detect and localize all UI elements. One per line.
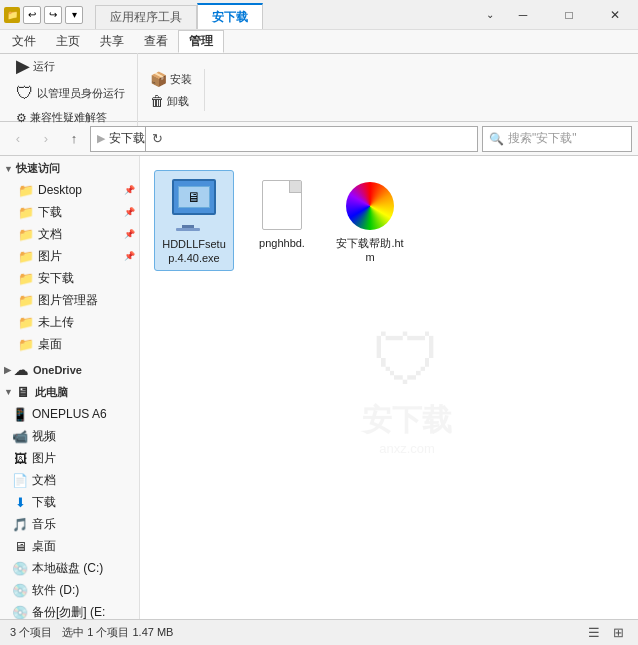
nav-up-button[interactable]: ↑ (62, 127, 86, 151)
sidebar-item-label: ONEPLUS A6 (32, 407, 135, 421)
status-bar-right: ☰ ⊞ (584, 623, 628, 643)
status-item-count: 3 个项目 (10, 625, 52, 640)
ribbon-btn-run[interactable]: ▶ 运行 (12, 53, 129, 79)
file-grid: 🖥 HDDLLFsetup.4.40.exe pnghhbd. (150, 166, 628, 275)
view-grid-button[interactable]: ⊞ (608, 623, 628, 643)
folder-icon: 📁 (18, 183, 34, 198)
file-item-pnghhbd[interactable]: pnghhbd. (242, 170, 322, 271)
file-item-hddllf[interactable]: 🖥 HDDLLFsetup.4.40.exe (154, 170, 234, 271)
file-icon-doc (252, 174, 312, 234)
file-label: HDDLLFsetup.4.40.exe (159, 237, 229, 266)
sidebar-item-label: 桌面 (32, 538, 135, 555)
title-bar: 📁 ↩ ↪ ▾ 应用程序工具 安下载 ⌄ ─ □ ✕ (0, 0, 638, 30)
sidebar-item-label: 下载 (32, 494, 135, 511)
sidebar-item-video[interactable]: 📹 视频 (0, 425, 139, 447)
quick-access-toolbar-undo[interactable]: ↩ (23, 6, 41, 24)
sidebar-item-unuploaded[interactable]: 📁 未上传 (0, 311, 139, 333)
chevron-right-icon: ▶ (4, 365, 11, 375)
file-icon-colors (340, 174, 400, 234)
ribbon-btn-install[interactable]: 📦 安装 (146, 69, 196, 89)
main-area: ▼ 快速访问 📁 Desktop 📌 📁 下载 📌 📁 文档 📌 📁 图片 📌 … (0, 156, 638, 619)
file-item-help[interactable]: 安下载帮助.htm (330, 170, 410, 271)
watermark-text: 安下载 (362, 400, 452, 441)
ribbon-tab-manage[interactable]: 管理 (178, 30, 224, 53)
ribbon-toggle[interactable]: ⌄ (480, 0, 500, 30)
nav-back-button[interactable]: ‹ (6, 127, 30, 151)
sidebar-item-download2[interactable]: ⬇ 下载 (0, 491, 139, 513)
pin-icon: 📌 (124, 251, 135, 261)
sidebar-item-desktop2[interactable]: 📁 桌面 (0, 333, 139, 355)
quick-access-toolbar-redo[interactable]: ↪ (44, 6, 62, 24)
pictures-icon: 🖼 (12, 451, 28, 466)
tab-download[interactable]: 安下载 (197, 3, 263, 29)
sidebar-onedrive-header[interactable]: ▶ ☁ OneDrive (0, 359, 139, 381)
sidebar-item-anxia[interactable]: 📁 安下载 (0, 267, 139, 289)
address-refresh-button[interactable]: ↻ (145, 126, 169, 152)
title-bar-left: 📁 ↩ ↪ ▾ (0, 0, 87, 29)
ribbon-tab-share[interactable]: 共享 (90, 30, 134, 53)
sidebar-item-photo-mgr[interactable]: 📁 图片管理器 (0, 289, 139, 311)
sidebar-item-docs2[interactable]: 📄 文档 (0, 469, 139, 491)
sidebar-item-label: 下载 (38, 204, 120, 221)
ribbon-btn-uninstall[interactable]: 🗑 卸载 (146, 91, 196, 111)
download-icon: ⬇ (12, 495, 28, 510)
sidebar-item-label: 桌面 (38, 336, 135, 353)
ribbon-tab-home[interactable]: 主页 (46, 30, 90, 53)
sidebar-item-label: 未上传 (38, 314, 135, 331)
sidebar-item-label: 软件 (D:) (32, 582, 135, 599)
folder-icon: 📁 (18, 271, 34, 286)
address-path: 安下载 (109, 130, 145, 147)
phone-icon: 📱 (12, 407, 28, 422)
sidebar-thispc-header[interactable]: ▼ 🖥 此电脑 (0, 381, 139, 403)
ribbon-tab-view[interactable]: 查看 (134, 30, 178, 53)
sidebar-item-label: 音乐 (32, 516, 135, 533)
nav-forward-button[interactable]: › (34, 127, 58, 151)
address-bar: ‹ › ↑ ▶ 安下载 ↻ 🔍 搜索"安下载" (0, 122, 638, 156)
docs-icon: 📄 (12, 473, 28, 488)
ribbon-content: ▶ 运行 🛡 以管理员身份运行 ⚙ 兼容性疑难解答 📦 安装 � (0, 54, 638, 122)
folder-icon: 📁 (18, 337, 34, 352)
sidebar-item-music[interactable]: 🎵 音乐 (0, 513, 139, 535)
view-list-button[interactable]: ☰ (584, 623, 604, 643)
address-box[interactable]: ▶ 安下载 ↻ (90, 126, 478, 152)
file-label: pnghhbd. (259, 236, 305, 250)
quick-access-toolbar-down[interactable]: ▾ (65, 6, 83, 24)
sidebar-item-label: 视频 (32, 428, 135, 445)
sidebar-item-label: 文档 (38, 226, 120, 243)
disk-icon: 💿 (12, 605, 28, 620)
search-box[interactable]: 🔍 搜索"安下载" (482, 126, 632, 152)
title-bar-right: ⌄ ─ □ ✕ (480, 0, 638, 29)
video-icon: 📹 (12, 429, 28, 444)
sidebar-item-pictures[interactable]: 📁 图片 📌 (0, 245, 139, 267)
sidebar-item-label: 备份[勿删] (E: (32, 604, 135, 620)
sidebar-item-label: 本地磁盘 (C:) (32, 560, 135, 577)
window-restore-button[interactable]: □ (546, 0, 592, 30)
window-minimize-button[interactable]: ─ (500, 0, 546, 30)
sidebar-item-label: 安下载 (38, 270, 135, 287)
pin-icon: 📌 (124, 207, 135, 217)
sidebar-item-oneplus[interactable]: 📱 ONEPLUS A6 (0, 403, 139, 425)
chevron-down-icon: ▼ (4, 164, 13, 174)
sidebar-item-local-c[interactable]: 💿 本地磁盘 (C:) (0, 557, 139, 579)
sidebar-item-backup-e[interactable]: 💿 备份[勿删] (E: (0, 601, 139, 619)
sidebar-item-label: Desktop (38, 183, 120, 197)
sidebar-item-docs[interactable]: 📁 文档 📌 (0, 223, 139, 245)
sidebar-item-desktop[interactable]: 📁 Desktop 📌 (0, 179, 139, 201)
pin-icon: 📌 (124, 229, 135, 239)
sidebar-item-pictures2[interactable]: 🖼 图片 (0, 447, 139, 469)
sidebar-quickaccess-header[interactable]: ▼ 快速访问 (0, 158, 139, 179)
sidebar-item-desktop3[interactable]: 🖥 桌面 (0, 535, 139, 557)
file-icon-exe: 🖥 (164, 175, 224, 235)
tab-tools[interactable]: 应用程序工具 (95, 5, 197, 29)
sidebar-item-label: 图片管理器 (38, 292, 135, 309)
window-close-button[interactable]: ✕ (592, 0, 638, 30)
disk-icon: 💿 (12, 583, 28, 598)
ribbon-btn-compat[interactable]: ⚙ 兼容性疑难解答 (12, 108, 129, 127)
ribbon-btn-admin-run[interactable]: 🛡 以管理员身份运行 (12, 81, 129, 106)
search-placeholder: 搜索"安下载" (508, 130, 577, 147)
chevron-down-icon: ▼ (4, 387, 13, 397)
folder-icon: 📁 (18, 227, 34, 242)
ribbon-tab-file[interactable]: 文件 (2, 30, 46, 53)
sidebar-item-soft-d[interactable]: 💿 软件 (D:) (0, 579, 139, 601)
sidebar-item-download[interactable]: 📁 下载 📌 (0, 201, 139, 223)
